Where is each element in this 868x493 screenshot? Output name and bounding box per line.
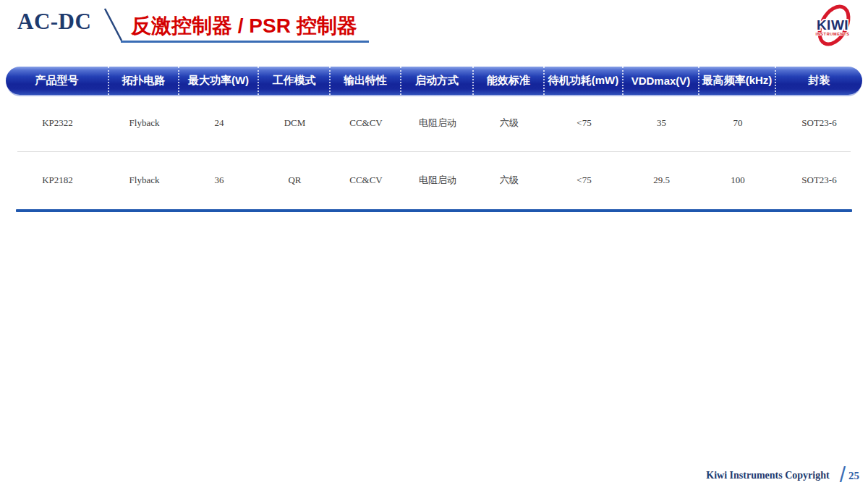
- table-bottom-rule: [16, 209, 852, 212]
- cell-efficiency: 六级: [474, 174, 545, 187]
- column-header-vddmax: VDDmax(V): [624, 67, 699, 95]
- cell-startup: 电阻启动: [401, 174, 474, 187]
- footer-slash-divider: /: [840, 463, 846, 487]
- column-header-work-mode: 工作模式: [259, 67, 331, 95]
- cell-topology: Flyback: [109, 117, 179, 129]
- logo-brand-text: KIWI: [817, 17, 848, 33]
- table-row-kp2182: KP2182 Flyback 36 QR CC&CV 电阻启动 六级 <75 2…: [6, 152, 862, 208]
- table-header-row: 产品型号 拓扑电路 最大功率(W) 工作模式 输出特性 启动方式 能效标准 待机…: [6, 67, 862, 95]
- cell-max-freq: 70: [699, 117, 776, 129]
- copyright-text: Kiwi Instruments Copyright: [706, 470, 829, 481]
- column-header-topology: 拓扑电路: [109, 67, 179, 95]
- cell-max-power: 24: [179, 117, 259, 129]
- column-header-product-model: 产品型号: [6, 67, 109, 95]
- cell-product-model: KP2322: [6, 117, 109, 129]
- cell-product-model: KP2182: [6, 174, 109, 186]
- cell-max-freq: 100: [699, 174, 776, 186]
- logo-subtitle-text: INSTRUMENTS: [816, 32, 850, 36]
- kiwi-logo: KIWI INSTRUMENTS: [801, 2, 864, 50]
- cell-efficiency: 六级: [474, 117, 545, 130]
- slide-page: AC-DC 反激控制器 / PSR 控制器 KIWI INSTRUMENTS 产…: [0, 0, 868, 493]
- cell-topology: Flyback: [109, 174, 179, 186]
- cell-standby-power: <75: [545, 117, 624, 129]
- column-header-startup: 启动方式: [401, 67, 474, 95]
- column-header-max-power: 最大功率(W): [179, 67, 259, 95]
- column-header-standby-power: 待机功耗(mW): [545, 67, 624, 95]
- cell-vddmax: 29.5: [624, 174, 699, 186]
- column-header-output: 输出特性: [331, 67, 401, 95]
- page-title: 反激控制器 / PSR 控制器: [131, 12, 357, 40]
- cell-work-mode: QR: [259, 174, 331, 186]
- cell-output: CC&CV: [331, 174, 401, 186]
- page-number: 25: [848, 470, 859, 482]
- footer: Kiwi Instruments Copyright / 25: [706, 463, 859, 489]
- section-label: AC-DC: [17, 9, 91, 35]
- cell-vddmax: 35: [624, 117, 699, 129]
- cell-package: SOT23-6: [776, 117, 862, 129]
- cell-output: CC&CV: [331, 117, 401, 129]
- cell-standby-power: <75: [545, 174, 624, 186]
- cell-package: SOT23-6: [776, 174, 862, 186]
- cell-work-mode: DCM: [259, 117, 331, 129]
- column-header-max-freq: 最高频率(kHz): [699, 67, 776, 95]
- cell-startup: 电阻启动: [401, 117, 474, 130]
- column-header-efficiency: 能效标准: [474, 67, 545, 95]
- column-header-package: 封装: [776, 67, 862, 95]
- product-table: 产品型号 拓扑电路 最大功率(W) 工作模式 输出特性 启动方式 能效标准 待机…: [6, 67, 862, 212]
- table-row-kp2322: KP2322 Flyback 24 DCM CC&CV 电阻启动 六级 <75 …: [6, 95, 862, 151]
- cell-max-power: 36: [179, 174, 259, 186]
